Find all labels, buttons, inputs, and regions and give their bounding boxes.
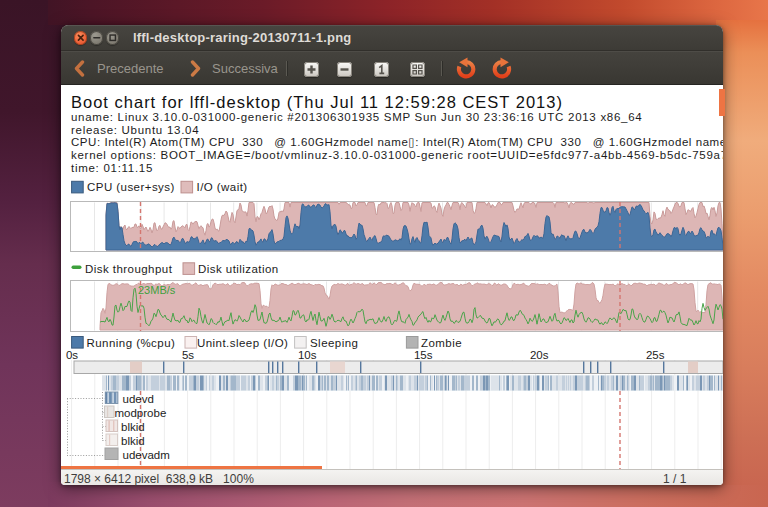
svg-text:Running (%cpu): Running (%cpu) xyxy=(87,337,176,349)
svg-text:Unint.sleep (I/O): Unint.sleep (I/O) xyxy=(197,337,288,349)
svg-text:I/O (wait): I/O (wait) xyxy=(197,181,248,193)
svg-text:0s: 0s xyxy=(66,349,78,361)
svg-text:release: Ubuntu 13.04: release: Ubuntu 13.04 xyxy=(71,124,199,136)
svg-text:Disk utilization: Disk utilization xyxy=(198,263,279,275)
svg-text:uname: Linux 3.10.0-031000-gen: uname: Linux 3.10.0-031000-generic #2013… xyxy=(71,111,642,123)
svg-text:15s: 15s xyxy=(414,349,433,361)
svg-text:udevd: udevd xyxy=(123,393,154,405)
svg-text:kernel options: BOOT_IMAGE=/bo: kernel options: BOOT_IMAGE=/boot/vmlinuz… xyxy=(71,149,723,161)
svg-text:udevadm: udevadm xyxy=(123,449,170,461)
svg-text:25s: 25s xyxy=(646,349,665,361)
svg-text:20s: 20s xyxy=(530,349,549,361)
svg-text:23MB/s: 23MB/s xyxy=(138,284,176,296)
svg-text:time: 01:11.15: time: 01:11.15 xyxy=(71,162,153,174)
svg-text:Sleeping: Sleeping xyxy=(310,337,358,349)
svg-text:blkid: blkid xyxy=(121,435,145,447)
svg-text:blkid: blkid xyxy=(121,421,145,433)
svg-text:CPU: Intel(R) Atom(TM) CPU 33: CPU: Intel(R) Atom(TM) CPU 330 @ 1.60GHz… xyxy=(71,136,723,148)
svg-text:Disk throughput: Disk throughput xyxy=(85,263,173,275)
svg-text:Boot chart for lffl-desktop (T: Boot chart for lffl-desktop (Thu Jul 11 … xyxy=(71,93,563,111)
svg-text:modprobe: modprobe xyxy=(115,407,167,419)
svg-text:10s: 10s xyxy=(298,349,317,361)
svg-text:Zombie: Zombie xyxy=(421,337,462,349)
svg-text:CPU (user+sys): CPU (user+sys) xyxy=(87,181,175,193)
svg-text:5s: 5s xyxy=(182,349,194,361)
